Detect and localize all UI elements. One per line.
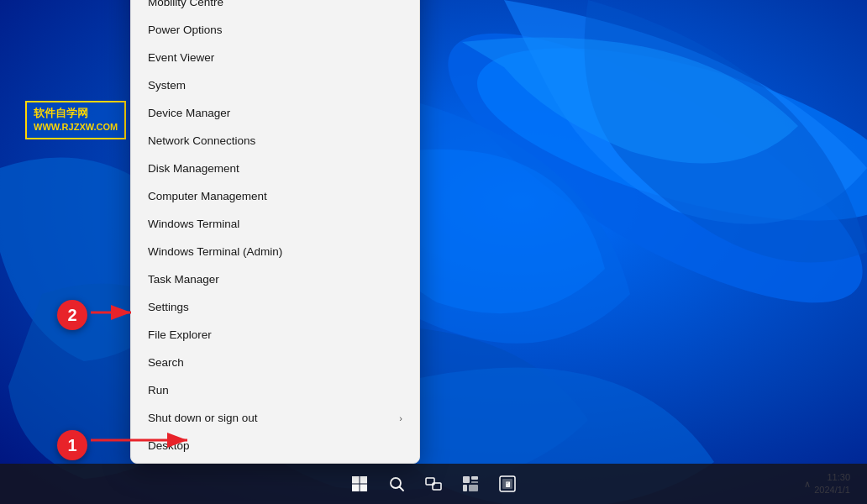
svg-rect-6	[360, 485, 368, 492]
menu-item-label-disk-management: Disk Management	[148, 162, 239, 175]
menu-item-computer-management[interactable]: Computer Management	[131, 182, 419, 210]
svg-rect-4	[360, 476, 368, 484]
menu-item-label-search: Search	[148, 356, 184, 369]
menu-item-mobility-centre[interactable]: Mobility Centre	[131, 0, 419, 16]
widgets-icon[interactable]	[454, 467, 487, 501]
context-menu: Apps and FeaturesMobility CentrePower Op…	[130, 0, 420, 464]
menu-item-task-manager[interactable]: Task Manager	[131, 265, 419, 293]
menu-item-label-network-connections: Network Connections	[148, 134, 255, 147]
menu-item-windows-terminal[interactable]: Windows Terminal	[131, 210, 419, 238]
menu-item-label-desktop: Desktop	[148, 439, 190, 452]
menu-item-network-connections[interactable]: Network Connections	[131, 127, 419, 155]
start-button[interactable]	[343, 467, 376, 501]
menu-item-shut-down[interactable]: Shut down or sign out›	[131, 404, 419, 432]
menu-item-label-file-explorer: File Explorer	[148, 328, 212, 341]
menu-item-disk-management[interactable]: Disk Management	[131, 155, 419, 182]
menu-item-label-computer-management: Computer Management	[148, 190, 267, 202]
menu-item-search[interactable]: Search	[131, 349, 419, 376]
annotation-badge-2: 2	[57, 300, 87, 330]
menu-item-label-shut-down: Shut down or sign out	[148, 412, 258, 424]
task-view-icon[interactable]	[417, 467, 450, 501]
taskbar: 🖥	[0, 464, 867, 504]
svg-rect-3	[352, 476, 360, 484]
menu-item-desktop[interactable]: Desktop	[131, 432, 419, 459]
svg-rect-13	[471, 481, 478, 483]
menu-item-label-mobility-centre: Mobility Centre	[148, 0, 223, 8]
menu-item-label-windows-terminal: Windows Terminal	[148, 218, 239, 230]
menu-item-run[interactable]: Run	[131, 376, 419, 404]
menu-item-label-device-manager: Device Manager	[148, 107, 230, 119]
watermark: 软件自学网 WWW.RJZXW.COM	[25, 101, 126, 139]
menu-item-file-explorer[interactable]: File Explorer	[131, 321, 419, 349]
menu-item-power-options[interactable]: Power Options	[131, 16, 419, 44]
menu-item-label-task-manager: Task Manager	[148, 273, 219, 286]
menu-item-label-system: System	[148, 79, 186, 92]
menu-item-device-manager[interactable]: Device Manager	[131, 99, 419, 127]
menu-item-windows-terminal-admin[interactable]: Windows Terminal (Admin)	[131, 238, 419, 265]
menu-item-settings[interactable]: Settings	[131, 293, 419, 321]
svg-rect-12	[471, 476, 478, 480]
menu-item-system[interactable]: System	[131, 71, 419, 99]
annotation-badge-1: 1	[57, 430, 87, 460]
watermark-line1: 软件自学网	[34, 106, 118, 121]
submenu-arrow-icon: ›	[399, 413, 402, 423]
store-icon[interactable]: 🖥	[491, 467, 524, 501]
menu-item-label-settings: Settings	[148, 301, 189, 313]
watermark-line2: WWW.RJZXW.COM	[34, 121, 118, 134]
svg-rect-14	[463, 485, 467, 491]
svg-text:🖥: 🖥	[504, 480, 512, 489]
svg-rect-15	[469, 485, 478, 491]
svg-rect-5	[352, 485, 360, 492]
svg-rect-11	[463, 476, 470, 483]
menu-item-label-windows-terminal-admin: Windows Terminal (Admin)	[148, 245, 282, 258]
menu-item-label-event-viewer: Event Viewer	[148, 51, 214, 64]
svg-line-8	[400, 487, 404, 491]
menu-item-event-viewer[interactable]: Event Viewer	[131, 44, 419, 71]
menu-item-label-run: Run	[148, 384, 169, 396]
menu-item-label-power-options: Power Options	[148, 24, 223, 36]
search-taskbar-icon[interactable]	[380, 467, 413, 501]
